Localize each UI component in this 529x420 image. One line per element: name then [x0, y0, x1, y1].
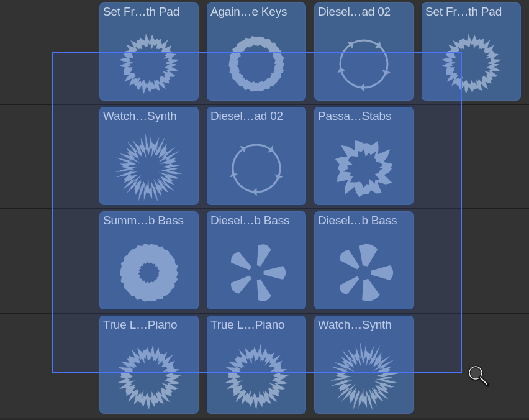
loop-cell[interactable]: Again…e Keys: [206, 2, 307, 101]
loop-cell[interactable]: True L…Piano: [206, 315, 307, 414]
loop-cell[interactable]: Watch…Synth: [314, 315, 414, 414]
waveform-icon: [99, 340, 199, 414]
loop-cell[interactable]: Set Fr…th Pad: [99, 2, 199, 101]
loop-label: Diesel…ad 02: [318, 5, 410, 19]
waveform-icon: [422, 27, 521, 101]
loop-label: Passa…Stabs: [318, 109, 410, 123]
loop-label: Summ…b Bass: [103, 214, 195, 227]
loop-cell[interactable]: Diesel…b Bass: [314, 211, 414, 310]
loop-label: Again…e Keys: [210, 5, 302, 19]
loop-cell[interactable]: Set Fr…th Pad: [421, 2, 522, 101]
loop-cell[interactable]: Summ…b Bass: [99, 211, 199, 310]
loop-label: True L…Piano: [210, 318, 302, 332]
svg-marker-2: [360, 83, 364, 92]
waveform-icon: [99, 27, 199, 101]
waveform-icon: [207, 27, 306, 101]
loop-label: Diesel…ad 02: [210, 109, 302, 123]
loop-cell[interactable]: Diesel…ad 02: [206, 106, 307, 206]
loop-cell[interactable]: Passa…Stabs: [314, 106, 414, 206]
loop-label: Watch…Synth: [318, 318, 410, 332]
loop-label: Watch…Synth: [103, 109, 195, 123]
loop-label: Diesel…b Bass: [210, 214, 302, 227]
loop-label: Diesel…b Bass: [318, 214, 410, 227]
svg-marker-8: [253, 188, 257, 196]
waveform-icon: [207, 236, 306, 309]
loop-cell[interactable]: Diesel…ad 02: [314, 2, 414, 101]
waveform-icon: [314, 27, 414, 101]
waveform-icon: [99, 236, 199, 309]
live-loops-grid[interactable]: Set Fr…th Pad Again…e Keys Diesel…ad 02 …: [0, 0, 529, 420]
loop-label: Set Fr…th Pad: [103, 5, 195, 19]
waveform-icon: [314, 236, 414, 309]
waveform-icon: [314, 340, 414, 414]
waveform-icon: [314, 132, 414, 205]
svg-point-0: [340, 40, 387, 88]
svg-point-6: [233, 145, 280, 192]
loop-cell[interactable]: Diesel…b Bass: [206, 211, 307, 310]
waveform-icon: [207, 132, 306, 205]
waveform-icon: [207, 340, 306, 414]
waveform-icon: [99, 132, 199, 205]
loop-cell[interactable]: True L…Piano: [99, 315, 199, 414]
loop-label: Set Fr…th Pad: [425, 5, 517, 19]
loop-cell[interactable]: Watch…Synth: [99, 106, 199, 206]
loop-label: True L…Piano: [103, 318, 195, 332]
